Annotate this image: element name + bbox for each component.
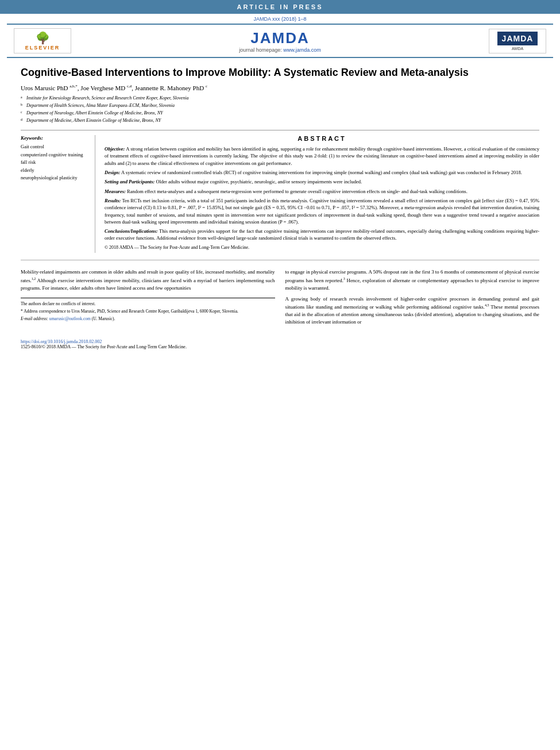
doi-link[interactable]: https://doi.org/10.1016/j.jamda.2018.02.… <box>21 339 102 344</box>
abstract-objective: Objective: A strong relation between cog… <box>105 145 539 167</box>
journal-homepage: journal homepage: www.jamda.com <box>71 47 489 53</box>
abstract-copyright: © 2018 AMDA — The Society for Post-Acute… <box>105 244 539 251</box>
keyword-4: elderly <box>21 167 89 175</box>
keywords-list: Gait control computerized cognitive trai… <box>21 143 89 182</box>
body-section: Mobility-related impairments are common … <box>21 260 539 329</box>
divider-1 <box>21 130 539 130</box>
keyword-5: neurophysiological plasticity <box>21 174 89 182</box>
abstract-design: Design: A systematic review of randomize… <box>105 169 539 176</box>
elsevier-tree-icon: 🌳 <box>36 31 50 45</box>
elsevier-label: ELSEVIER <box>25 45 60 51</box>
body-para-1: Mobility-related impairments are common … <box>21 268 275 291</box>
footnotes: The authors declare no conflicts of inte… <box>21 298 275 322</box>
footnote-address: * Address correspondence to Uros Marusic… <box>21 308 275 314</box>
abstract-title: ABSTRACT <box>105 135 539 142</box>
keyword-2: computerized cognitive training <box>21 151 89 159</box>
body-col-left: Mobility-related impairments are common … <box>21 268 275 329</box>
abstract-section: Keywords: Gait control computerized cogn… <box>21 135 539 253</box>
abstract-column: ABSTRACT Objective: A strong relation be… <box>105 135 539 253</box>
main-content: Cognitive-Based Interventions to Improve… <box>0 58 560 336</box>
affil-d: Department of Medicine, Albert Einstein … <box>26 117 161 124</box>
affil-c: Department of Neurology, Albert Einstein… <box>26 110 163 117</box>
journal-reference: JAMDA xxx (2018) 1–8 <box>0 14 560 24</box>
jamda-logo: JAMDA <box>497 32 538 45</box>
abstract-setting: Setting and Participants: Older adults w… <box>105 178 539 185</box>
elsevier-logo: 🌳 ELSEVIER <box>14 28 71 53</box>
homepage-label: journal homepage: <box>239 47 282 53</box>
jamda-subtext: AMDA <box>512 47 523 51</box>
journal-name: JAMDA <box>71 29 489 47</box>
abstract-conclusions: Conclusions/Implications: This meta-anal… <box>105 228 539 242</box>
keywords-title: Keywords: <box>21 135 89 141</box>
keyword-1: Gait control <box>21 143 89 151</box>
issn-line: 1525-8610/© 2018 AMDA — The Society for … <box>21 344 539 349</box>
affil-b: Department of Health Sciences, Alma Mate… <box>26 102 175 109</box>
footnote-email: E-mail address: umarusic@outlook.com (U.… <box>21 316 275 322</box>
email-link[interactable]: umarusic@outlook.com <box>49 316 91 321</box>
body-para-3: A growing body of research reveals invol… <box>285 295 540 326</box>
doi-footer: https://doi.org/10.1016/j.jamda.2018.02.… <box>0 336 560 352</box>
abstract-results: Results: Ten RCTs met inclusion criteria… <box>105 197 539 225</box>
doi-link-line: https://doi.org/10.1016/j.jamda.2018.02.… <box>21 339 539 344</box>
jamda-logo-box: JAMDA AMDA <box>489 29 546 53</box>
article-title: Cognitive-Based Interventions to Improve… <box>21 66 539 79</box>
body-para-2: to engage in physical exercise programs.… <box>285 268 540 291</box>
footnote-conflict: The authors declare no conflicts of inte… <box>21 301 275 307</box>
abstract-measures: Measures: Random effect meta-analyses an… <box>105 188 539 195</box>
body-col-right: to engage in physical exercise programs.… <box>285 268 540 329</box>
article-in-press-banner: ARTICLE IN PRESS <box>0 0 560 14</box>
homepage-link[interactable]: www.jamda.com <box>283 47 321 53</box>
affil-a: Institute for Kinesiology Research, Scie… <box>26 95 188 102</box>
affiliations: aInstitute for Kinesiology Research, Sci… <box>21 95 539 124</box>
journal-center: JAMDA journal homepage: www.jamda.com <box>71 29 489 53</box>
journal-header: 🌳 ELSEVIER JAMDA journal homepage: www.j… <box>7 24 553 58</box>
abstract-text: Objective: A strong relation between cog… <box>105 145 539 251</box>
authors-line: Uros Marusic PhD a,b,*, Joe Verghese MD … <box>21 84 539 91</box>
keyword-3: fall risk <box>21 159 89 167</box>
keywords-column: Keywords: Gait control computerized cogn… <box>21 135 95 253</box>
